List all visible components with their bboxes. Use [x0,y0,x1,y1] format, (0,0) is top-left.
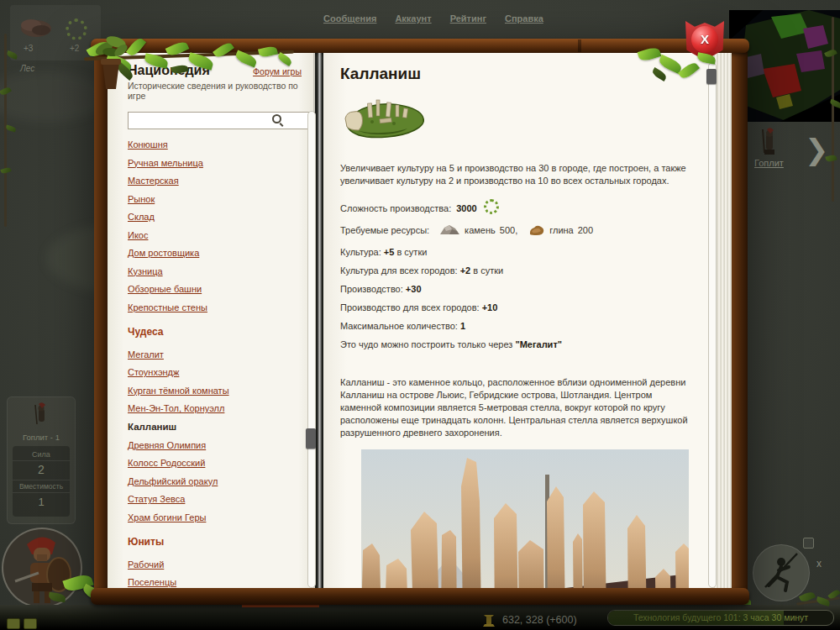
close-icon[interactable]: X [691,26,718,53]
left-scrollbar-thumb[interactable] [306,428,316,449]
encyclopedia-subtitle: Исторические сведения и руководство по и… [128,81,302,101]
settings-mini-icon[interactable] [24,618,37,629]
tile-label: Лес [20,64,34,73]
sidebar-item-delphi[interactable]: Дельфийский оракул [128,476,302,486]
unit-card-stats: Сила 2 Вместимость 1 [13,446,70,517]
stat-culture-all: Культура для всех городов: +2 в сутки [340,265,690,276]
sidebar-item-zeus[interactable]: Статуя Зевса [128,494,302,504]
gear-resource-icon [66,18,87,40]
screen: +3 +2 Лес Сообщения Аккаунт Рейтинг Спра… [0,0,840,630]
sidebar-item-settlers[interactable]: Поселенцы [128,577,302,587]
unit-sprite-icon [756,128,781,158]
left-scrollbar-track[interactable] [307,111,316,588]
stat-culture: Культура: +5 в сутки [340,247,690,257]
sidebar-item-men-an-tol[interactable]: Мен-Эн-Тол, Корнуэлл [128,403,302,413]
frame-joint [578,39,581,52]
nav-rating[interactable]: Рейтинг [450,13,486,24]
vine-right [832,17,834,202]
capacity-value: 1 [13,493,70,508]
nav-help[interactable]: Справка [505,13,543,24]
sidebar-item-colossus[interactable]: Колосс Родосский [128,458,302,468]
right-scrollbar-thumb[interactable] [706,69,717,84]
wonders-header: Чудеса [128,326,302,338]
gear-delta: +2 [70,44,79,53]
sidebar-item-callanish-current: Калланиш [128,422,302,432]
book-frame-bottom [91,588,749,605]
encyclopedia-book: Нациопедия Форум игры Исторические сведе… [91,37,749,608]
sidebar-item-smithy[interactable]: Кузница [128,266,302,276]
search-input[interactable] [128,112,315,129]
nav-messages[interactable]: Сообщения [323,13,376,24]
resources-line: Требуемые ресурсы: камень 500, глина 200 [340,224,690,236]
sidebar-item-moneylender[interactable]: Дом ростовщика [128,248,302,258]
score-text: 632, 328 (+600) [502,614,577,626]
right-unit-label[interactable]: Гоплит [754,158,784,168]
stone-icon [438,224,460,236]
article-title: Калланиш [340,65,690,83]
sidebar-item-darkroom-mound[interactable]: Курган тёмной комнаты [128,386,302,396]
expand-mini-icon[interactable] [803,538,814,549]
sidebar-item-fortwalls[interactable]: Крепостные стены [128,302,302,312]
strength-value: 2 [13,461,70,480]
stat-production-all: Производство для всех городов: +10 [340,302,690,312]
vine-left [4,34,7,227]
build-via-note: Это чудо можно построить только через "М… [340,339,690,349]
sidebar-item-ikos[interactable]: Икос [128,230,302,240]
research-progress[interactable]: Технология будущего 101: 3 часа 30 минут [607,610,834,626]
sidebar-item-market[interactable]: Рынок [128,194,302,204]
search-icon[interactable] [272,114,281,123]
left-page: Нациопедия Форум игры Исторические сведе… [108,53,315,588]
resource1-name: камень [465,225,496,235]
potted-plant [92,30,129,92]
unit-portrait[interactable] [2,528,82,608]
sidebar-item-workshop[interactable]: Мастерская [128,176,302,186]
top-nav: Сообщения Аккаунт Рейтинг Справка [323,13,542,24]
unit-card-title: Гоплит - 1 [8,433,75,442]
article-intro: Увеличивает культуру на 5 и производство… [340,162,690,187]
article-description: Калланиш - это каменное кольцо, располож… [340,376,690,439]
complexity-line: Сложность производства: 3000 [340,199,690,214]
difficulty-icon [484,199,499,214]
leaf-icon [5,125,16,133]
wood-delta: +3 [24,44,33,53]
book-frame-right [731,42,748,603]
panel-close-x[interactable]: х [816,558,822,570]
sidebar-item-worker[interactable]: Рабочий [128,559,302,570]
sidebar-item-stable[interactable]: Конюшня [128,139,302,150]
chat-mini-icon[interactable] [7,618,20,629]
stat-max-count: Максимальное количество: 1 [340,321,690,331]
sidebar-item-watchtowers[interactable]: Обзорные башни [128,284,302,294]
capacity-label: Вместимость [13,480,70,493]
right-page: Калланиш Увеличивает культуру на 5 и про… [323,53,711,588]
strength-label: Сила [13,450,70,461]
runner-button[interactable] [753,544,810,601]
sidebar-item-warehouse[interactable]: Склад [128,212,302,222]
nav-account[interactable]: Аккаунт [395,13,431,24]
sidebar-item-stonehenge[interactable]: Стоунхэндж [128,367,302,377]
stat-production: Производство: +30 [340,284,690,294]
unit-card-sprite-icon [31,402,51,429]
resource2-name: глина [549,225,574,235]
callanish-photo [361,449,689,588]
research-progress-text: Технология будущего 101: 3 часа 30 минут [608,612,833,622]
chevron-right-icon[interactable]: ❯ [805,133,829,166]
forum-link[interactable]: Форум игры [253,66,302,76]
clay-icon [528,224,545,236]
sidebar-item-megalith[interactable]: Мегалит [128,349,302,360]
units-header: Юниты [128,536,302,548]
resource2-qty: 200 [578,225,593,235]
sidebar-item-olympia[interactable]: Древняя Олимпия [128,440,302,450]
resource1-qty: 500, [500,225,517,235]
sidebar-item-handmill[interactable]: Ручная мельница [128,158,302,168]
wood-resource-icon [18,13,54,42]
score-column-icon [480,613,497,628]
right-scrollbar-track[interactable] [708,62,717,588]
sidebar-item-hera[interactable]: Храм богини Геры [128,512,302,522]
runner-icon [753,545,809,601]
unit-card: Гоплит - 1 Сила 2 Вместимость 1 [7,396,76,524]
wonder-thumbnail [340,93,428,142]
